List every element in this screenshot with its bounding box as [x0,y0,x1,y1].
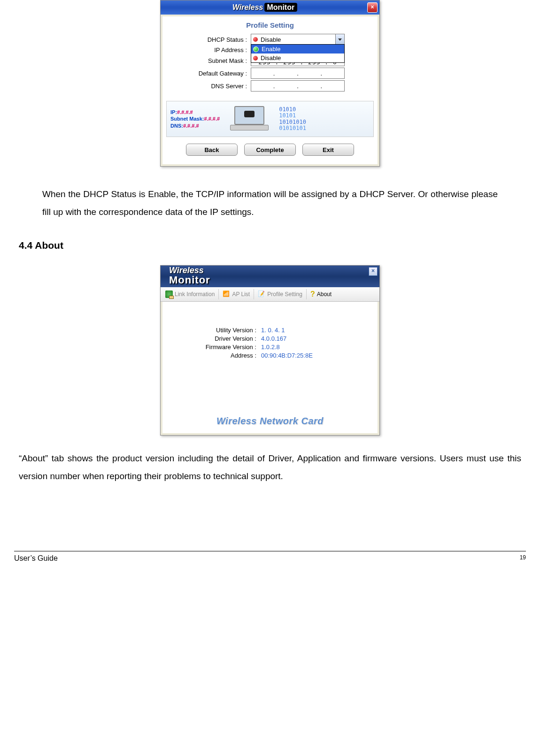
close-icon[interactable]: × [367,2,378,13]
tab-link-information[interactable]: Link Information [162,287,218,301]
about-window: Wireless Monitor × Link Information AP L… [160,265,380,435]
status-dot-icon [253,37,258,42]
dropdown-option-enable[interactable]: Enable [251,45,344,53]
firmware-version-label: Firmware Version : [162,344,261,351]
back-button[interactable]: Back [186,144,238,156]
info-strip: IP:#.#.#.# Subnet Mask:#.#.#.# DNS:#.#.#… [166,101,374,137]
dhcp-status-label: DHCP Status : [162,36,251,43]
status-dot-icon [253,56,258,61]
utility-version-label: Utility Version : [162,327,261,334]
dns-server-label: DNS Server : [162,83,251,90]
utility-version-value: 1. 0. 4. 1 [261,327,285,334]
dhcp-selected-value: Disable [261,36,281,43]
default-gateway-input[interactable]: ... [251,68,345,79]
title-box: Monitor [264,3,298,12]
paragraph-dhcp-explanation: When the DHCP Status is Enable, the TCP/… [42,185,498,221]
about-icon: ? [310,290,315,298]
tab-profile-setting[interactable]: Profile Setting [254,287,306,301]
app-logo: Wireless Monitor [169,267,210,286]
footer-page-number: 19 [520,554,526,563]
title-italic: Wireless [232,3,263,11]
complete-button[interactable]: Complete [244,144,296,156]
app-logo: WirelessMonitor [162,3,367,12]
paragraph-about-explanation: “About” tab shows the product version in… [19,450,521,485]
binary-decoration: 01010 10101 10101010 01010101 [279,107,306,131]
close-icon[interactable]: × [369,267,378,276]
driver-version-label: Driver Version : [162,335,261,342]
status-dot-icon [253,46,259,52]
chevron-down-icon[interactable] [335,34,344,45]
address-label: Address : [162,352,261,359]
section-title: Profile Setting [162,21,378,29]
wireless-card-label: Wireless Network Card [162,416,378,427]
titlebar: WirelessMonitor × [161,0,379,15]
dns-server-input[interactable]: ... [251,80,345,92]
titlebar: Wireless Monitor × [161,266,379,287]
profile-setting-window: WirelessMonitor × Profile Setting DHCP S… [160,0,380,167]
dropdown-option-disable[interactable]: Disable [251,53,344,62]
dhcp-status-combo[interactable]: Disable [251,34,345,45]
default-gateway-label: Default Gateway : [162,70,251,77]
laptop-icon [228,106,270,132]
tabbar: Link Information AP List Profile Setting… [161,287,379,302]
driver-version-value: 4.0.0.167 [261,335,286,342]
tab-ap-list[interactable]: AP List [219,287,254,301]
link-info-icon [165,290,173,298]
firmware-version-value: 1.0.2.8 [261,344,280,351]
address-value: 00:90:4B:D7:25:8E [261,352,313,359]
network-summary-text: IP:#.#.#.# Subnet Mask:#.#.#.# DNS:#.#.#… [170,109,220,129]
dhcp-dropdown-list: Enable Disable [251,44,345,63]
ip-address-label: IP Address : [162,46,251,53]
page-footer: User’s Guide 19 [14,551,526,563]
section-heading-about: 4.4 About [19,240,526,251]
profile-setting-icon [258,290,265,298]
subnet-mask-label: Subnet Mask : [162,57,251,64]
tab-about[interactable]: ? About [307,287,335,301]
ap-list-icon [223,290,230,298]
footer-guide-label: User’s Guide [14,554,58,563]
exit-button[interactable]: Exit [302,144,354,156]
